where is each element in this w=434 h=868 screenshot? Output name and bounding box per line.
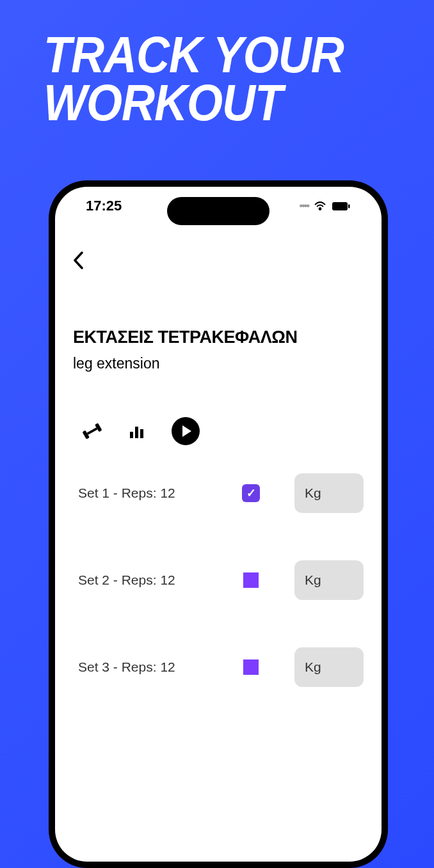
wifi-icon	[314, 201, 326, 211]
promo-title-line2: WORKOUT	[44, 79, 344, 127]
checkbox-unchecked-icon	[243, 572, 259, 588]
set-checkbox[interactable]	[242, 571, 260, 589]
svg-point-0	[319, 207, 321, 210]
set-checkbox[interactable]	[242, 658, 260, 676]
weight-input[interactable]: Kg	[294, 473, 364, 513]
dumbbell-icon[interactable]	[78, 417, 106, 445]
svg-rect-7	[135, 427, 138, 438]
weight-input[interactable]: Kg	[294, 647, 364, 687]
set-label: Set 2 - Reps: 12	[78, 572, 242, 588]
phone-screen: 17:25 •••• ΕΚΤΑΣΕΙ	[55, 187, 382, 862]
weight-input[interactable]: Kg	[294, 560, 364, 600]
svg-rect-3	[82, 430, 89, 439]
checkbox-unchecked-icon	[243, 659, 259, 675]
status-icons: ••••	[300, 200, 351, 212]
svg-rect-1	[332, 202, 348, 210]
set-checkbox[interactable]: ✓	[242, 484, 260, 502]
promo-title-line1: TRACK YOUR	[44, 31, 344, 79]
checkbox-checked-icon: ✓	[242, 484, 260, 502]
set-row: Set 1 - Reps: 12 ✓ Kg	[73, 473, 364, 513]
promo-title: TRACK YOUR WORKOUT	[44, 31, 344, 127]
checkmark-icon: ✓	[246, 486, 256, 500]
back-button[interactable]	[73, 248, 99, 273]
svg-rect-2	[348, 204, 350, 208]
set-row: Set 2 - Reps: 12 Kg	[73, 560, 364, 600]
status-time: 17:25	[86, 198, 122, 214]
svg-rect-5	[87, 427, 98, 435]
phone-frame: 17:25 •••• ΕΚΤΑΣΕΙ	[49, 180, 388, 868]
play-button[interactable]	[172, 417, 200, 445]
svg-rect-6	[130, 432, 133, 438]
action-icons-row	[82, 417, 364, 445]
set-row: Set 3 - Reps: 12 Kg	[73, 647, 364, 687]
cellular-dots-icon: ••••	[300, 200, 309, 212]
app-content: ΕΚΤΑΣΕΙΣ ΤΕΤΡΑΚΕΦΑΛΩΝ leg extension	[55, 187, 382, 687]
sets-container: Set 1 - Reps: 12 ✓ Kg Set 2 - Reps: 12 K…	[73, 473, 364, 687]
set-label: Set 3 - Reps: 12	[78, 659, 242, 675]
exercise-title: ΕΚΤΑΣΕΙΣ ΤΕΤΡΑΚΕΦΑΛΩΝ	[73, 327, 364, 347]
phone-notch	[167, 197, 269, 225]
chevron-left-icon	[73, 251, 84, 269]
battery-icon	[332, 201, 351, 211]
svg-rect-4	[95, 423, 102, 432]
exercise-header: ΕΚΤΑΣΕΙΣ ΤΕΤΡΑΚΕΦΑΛΩΝ leg extension	[73, 327, 364, 372]
stats-icon[interactable]	[127, 421, 147, 441]
set-label: Set 1 - Reps: 12	[78, 485, 242, 501]
play-triangle-icon	[182, 425, 191, 437]
exercise-subtitle: leg extension	[73, 355, 364, 372]
svg-rect-8	[140, 429, 143, 438]
